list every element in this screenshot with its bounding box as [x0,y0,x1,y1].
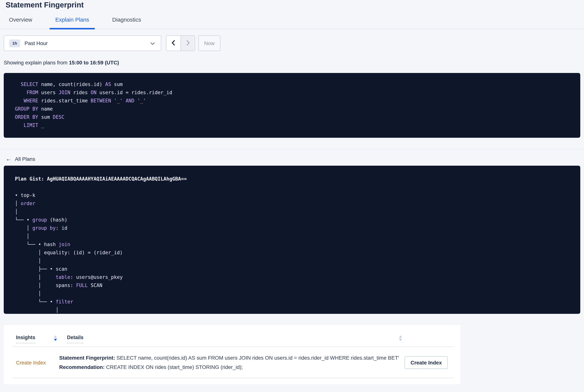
insights-table: Insights Details Create Index Statement … [13,325,453,378]
previous-time-button[interactable] [166,36,180,51]
section-divider [0,149,584,149]
sort-icon-details[interactable] [399,336,402,341]
status-prefix: Showing explain plans from [4,60,69,66]
time-range-value: Past Hour [24,40,150,46]
back-arrow-icon: ← [5,156,11,162]
time-interval-badge: 1h [9,39,20,47]
sort-icon-insights[interactable] [54,336,57,341]
table-row: Create Index Statement Fingerprint: SELE… [13,347,453,378]
status-time-range: 15:00 to 16:59 (UTC) [69,60,119,66]
column-header-details[interactable]: Details [67,335,83,343]
all-plans-back-link[interactable]: ← All Plans [5,156,35,162]
plan-gist-code: Plan Gist: AgHUAQIABQAAAAHYAQIAiAEAAAADC… [4,166,580,314]
tab-explain-plans[interactable]: Explain Plans [55,16,89,29]
insight-type-label: Create Index [16,360,56,366]
tab-bar: Overview Explain Plans Diagnostics [0,15,584,29]
page-title: Statement Fingerprint [0,0,584,10]
create-index-button[interactable]: Create Index [405,356,448,369]
statement-fingerprint-page: Statement Fingerprint Overview Explain P… [0,0,584,392]
insights-table-header: Insights Details [13,325,453,347]
sql-fingerprint-code: SELECT name, count(rides.id) AS sum FROM… [4,73,580,138]
now-button[interactable]: Now [198,35,220,51]
insight-details-cell: Statement Fingerprint: SELECT name, coun… [59,353,399,372]
recommendation-detail: Recommendation: CREATE INDEX ON rides (s… [59,362,399,372]
time-toolbar: 1h Past Hour Now [4,35,580,51]
time-step-control [166,35,195,51]
insights-card: Insights Details Create Index Statement … [4,325,460,384]
time-range-dropdown[interactable]: 1h Past Hour [4,35,161,51]
showing-plans-status: Showing explain plans from 15:00 to 16:5… [4,60,584,66]
statement-fingerprint-detail: Statement Fingerprint: SELECT name, coun… [59,353,399,362]
chevron-right-icon [185,40,190,47]
tab-diagnostics[interactable]: Diagnostics [112,16,141,29]
tab-overview[interactable]: Overview [9,16,32,29]
back-link-label: All Plans [15,156,35,162]
chevron-down-icon [150,40,155,46]
next-time-button[interactable] [180,36,195,51]
column-header-insights[interactable]: Insights [16,335,46,343]
chevron-left-icon [171,40,176,47]
